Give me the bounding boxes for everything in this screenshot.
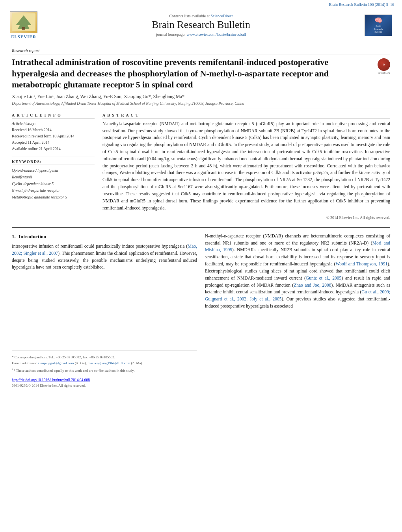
journal-url[interactable]: www.elsevier.com/locate/brainresbull <box>186 32 246 37</box>
journal-branding: ELSEVIER Contents lists available at Sci… <box>0 8 402 42</box>
ref-guntz2005[interactable]: Guntz et al., 2005 <box>306 276 342 280</box>
article-info-col: A R T I C L E I N F O Article history: R… <box>12 113 95 221</box>
main-body: 1. Introduction Intraoperative infusion … <box>12 227 390 389</box>
body-two-col: 1. Introduction Intraoperative infusion … <box>12 233 390 389</box>
contents-available: Contents lists available at ScienceDirec… <box>39 14 363 18</box>
abstract-header: A B S T R A C T <box>102 113 390 119</box>
corresponding-note: * Corresponding authors. Tel.: +86 25 83… <box>12 354 197 360</box>
keywords-header: Keywords: <box>12 159 95 165</box>
keyword-1: Opioid-induced hyperalgesia <box>12 167 95 174</box>
article-info-section: A R T I C L E I N F O Article history: R… <box>12 113 95 152</box>
crossmark: ✕ CrossMark <box>378 58 390 74</box>
article-info-header: A R T I C L E I N F O <box>12 113 95 119</box>
elsevier-logo: ELSEVIER <box>8 10 39 41</box>
ref-mao2002[interactable]: Mao, 2002; Singler et al., 2007 <box>12 244 197 256</box>
logo-text: BrainResearchBulletin <box>374 25 383 34</box>
footer-area: * Corresponding authors. Tel.: +86 25 83… <box>12 342 197 389</box>
keyword-3: Cyclin-dependent kinase 5 <box>12 180 95 187</box>
email2-link[interactable]: mazhengliang1964@163.com <box>87 361 130 365</box>
article-content: Research report ✕ CrossMark Intrathecal … <box>0 44 402 397</box>
crossmark-label: CrossMark <box>378 71 390 74</box>
keyword-4: N-methyl-d-aspartate receptor <box>12 187 95 194</box>
doi-section: http://dx.doi.org/10.1016/j.brainresbull… <box>12 377 197 383</box>
sciencedirect-link[interactable]: ScienceDirect <box>210 14 233 18</box>
ref-mori1995[interactable]: Mori and Mishina, 1995 <box>205 241 390 252</box>
right-para-1: N-methyl-d-aspartate receptor (NMDAR) ch… <box>205 233 390 310</box>
keyword-5: Metabotropic glutamate receptor 5 <box>12 194 95 200</box>
email-addresses: E-mail addresses: xiaopinggu1@gmail.com … <box>12 360 197 366</box>
keyword-2: Remifentanil <box>12 174 95 180</box>
journal-header: Brain Research Bulletin 106 (2014) 9–16 … <box>0 0 402 44</box>
brain-icon: 🧠 <box>374 17 382 24</box>
journal-logo-box: 🧠 BrainResearchBulletin <box>365 15 392 36</box>
doi-link[interactable]: http://dx.doi.org/10.1016/j.brainresbull… <box>12 378 90 382</box>
section-label: Research report <box>12 48 390 54</box>
affiliation: Department of Anesthesiology, Affiliated… <box>12 101 390 109</box>
article-title: Intrathecal administration of roscovitin… <box>12 57 390 91</box>
abstract-col: A B S T R A C T N-methyl-d-aspartate rec… <box>102 113 390 221</box>
article-footer: * Corresponding authors. Tel.: +86 25 83… <box>12 350 197 373</box>
issn: 0361-9230/© 2014 Elsevier Inc. All right… <box>12 383 197 389</box>
intro-para-1: Intraoperative infusion of remifentanil … <box>12 243 197 271</box>
crossmark-icon: ✕ <box>378 58 390 71</box>
keywords-section: Keywords: Opioid-induced hyperalgesia Re… <box>12 159 95 200</box>
email1-link[interactable]: xiaopinggu1@gmail.com <box>38 361 74 365</box>
journal-homepage: journal homepage: www.elsevier.com/locat… <box>39 32 363 37</box>
received-date: Received 16 March 2014 <box>12 127 95 133</box>
footnote1: 1 ¹ These authors contributed equally to… <box>12 367 197 373</box>
revised-date: Received in revised form 10 April 2014 <box>12 133 95 139</box>
article-history: Article history: Received 16 March 2014 … <box>12 120 95 152</box>
ref-zhao2008[interactable]: Zhao and Joo, 2008 <box>294 283 331 287</box>
history-label: Article history: <box>12 120 95 127</box>
elsevier-text: ELSEVIER <box>11 34 36 39</box>
journal-title-center: Contents lists available at ScienceDirec… <box>39 14 363 37</box>
keywords-list: Opioid-induced hyperalgesia Remifentanil… <box>12 167 95 200</box>
copyright: © 2014 Elsevier Inc. All rights reserved… <box>102 215 390 221</box>
elsevier-logo-image <box>10 11 37 33</box>
authors: Xiaojie Liu¹, Yue Liu¹, Juan Zhang, Wei … <box>12 94 390 100</box>
journal-logo-right: 🧠 BrainResearchBulletin <box>363 15 394 36</box>
ref-woolf1991[interactable]: Woolf and Thompson, 1991 <box>335 261 387 266</box>
svg-rect-2 <box>22 27 25 30</box>
accepted-date: Accepted 11 April 2014 <box>12 139 95 146</box>
journal-title: Brain Research Bulletin <box>39 19 363 31</box>
title-area: ✕ CrossMark Intrathecal administration o… <box>12 57 390 91</box>
section1-title: 1. Introduction <box>12 233 197 241</box>
body-col-left: 1. Introduction Intraoperative infusion … <box>12 233 197 389</box>
ref-gu2009[interactable]: Gu et al., 2009; Guignard et al., 2002; … <box>205 289 390 301</box>
journal-top-bar: Brain Research Bulletin 106 (2014) 9–16 <box>0 2 402 8</box>
available-date: Available online 21 April 2014 <box>12 146 95 152</box>
abstract-text: N-methyl-d-aspartate receptor (NMDAR) an… <box>102 120 390 221</box>
article-info-abstract: A R T I C L E I N F O Article history: R… <box>12 113 390 221</box>
journal-citation: Brain Research Bulletin 106 (2014) 9–16 <box>329 2 394 7</box>
body-col-right: N-methyl-d-aspartate receptor (NMDAR) ch… <box>205 233 390 389</box>
